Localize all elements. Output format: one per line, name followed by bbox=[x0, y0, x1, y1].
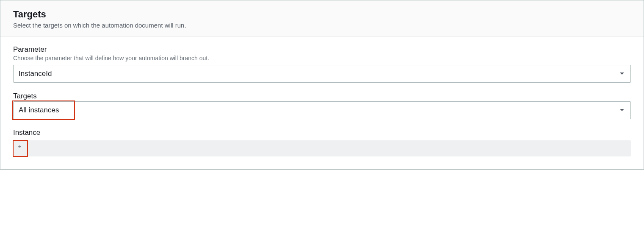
parameter-select[interactable]: InstanceId bbox=[13, 65, 631, 83]
targets-select-wrap: All instances bbox=[13, 101, 631, 119]
targets-select[interactable]: All instances bbox=[13, 101, 631, 119]
panel-header: Targets Select the targets on which the … bbox=[0, 0, 644, 37]
panel-body: Parameter Choose the parameter that will… bbox=[0, 37, 644, 169]
targets-select-value: All instances bbox=[19, 106, 59, 114]
instance-readonly-field: * bbox=[13, 140, 631, 156]
chevron-down-icon bbox=[619, 109, 625, 112]
chevron-down-icon bbox=[619, 72, 625, 75]
targets-panel: Targets Select the targets on which the … bbox=[0, 0, 644, 170]
parameter-field-group: Parameter Choose the parameter that will… bbox=[13, 45, 631, 83]
panel-description: Select the targets on which the automati… bbox=[13, 22, 631, 29]
targets-field-group: Targets All instances bbox=[13, 92, 631, 119]
instance-field-group: Instance * bbox=[13, 128, 631, 156]
instance-label: Instance bbox=[13, 128, 631, 137]
parameter-label: Parameter bbox=[13, 45, 631, 54]
parameter-select-wrap: InstanceId bbox=[13, 65, 631, 83]
targets-label: Targets bbox=[13, 92, 631, 100]
instance-value: * bbox=[18, 145, 21, 152]
parameter-select-value: InstanceId bbox=[19, 70, 52, 78]
parameter-help: Choose the parameter that will define ho… bbox=[13, 55, 631, 61]
panel-title: Targets bbox=[13, 9, 631, 20]
